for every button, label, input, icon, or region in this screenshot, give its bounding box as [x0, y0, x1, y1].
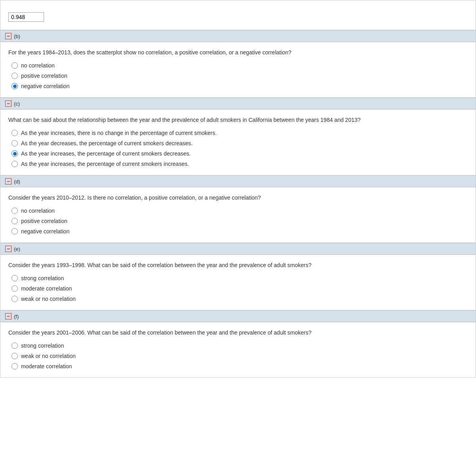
section-c-body: What can be said about the relationship …	[0, 110, 476, 175]
radio-label-f-2: moderate correlation	[21, 363, 72, 369]
radio-label-d-1: positive correlation	[21, 218, 67, 224]
minus-icon[interactable]: −	[5, 33, 12, 39]
radio-label-b-0: no correlation	[21, 62, 55, 69]
section-f-option-1[interactable]: weak or no correlation	[12, 353, 468, 359]
radio-label-c-1: As the year decreases, the percentage of…	[21, 140, 193, 146]
section-d-option-2[interactable]: negative correlation	[12, 228, 468, 235]
section-b-option-2[interactable]: negative correlation	[12, 83, 468, 89]
radio-circle-d-1[interactable]	[12, 218, 18, 224]
radio-label-c-3: As the year increases, the percentage of…	[21, 161, 189, 167]
radio-circle-c-2[interactable]	[12, 150, 18, 157]
section-e-option-2[interactable]: weak or no correlation	[12, 296, 468, 302]
radio-label-b-2: negative correlation	[21, 83, 69, 89]
radio-circle-e-1[interactable]	[12, 285, 18, 292]
radio-circle-b-0[interactable]	[12, 62, 18, 69]
section-b-option-0[interactable]: no correlation	[12, 62, 468, 69]
section-b: −(b)For the years 1984–2013, does the sc…	[0, 30, 476, 98]
section-e-question: Consider the years 1993–1998. What can b…	[8, 261, 468, 269]
answer-input[interactable]	[8, 12, 44, 22]
section-f-option-2[interactable]: moderate correlation	[12, 363, 468, 369]
section-f-radio-group: strong correlationweak or no correlation…	[12, 342, 468, 369]
section-b-question: For the years 1984–2013, does the scatte…	[8, 48, 468, 57]
section-f-header-label: (f)	[14, 314, 19, 319]
radio-circle-e-0[interactable]	[12, 275, 18, 281]
section-b-radio-group: no correlationpositive correlationnegati…	[12, 62, 468, 89]
section-d-header[interactable]: −(d)	[0, 176, 476, 187]
section-d: −(d)Consider the years 2010–2012. Is the…	[0, 175, 476, 243]
section-c: −(c)What can be said about the relations…	[0, 98, 476, 175]
section-b-header-label: (b)	[14, 33, 20, 39]
section-c-option-2[interactable]: As the year increases, the percentage of…	[12, 150, 468, 157]
radio-circle-c-3[interactable]	[12, 161, 18, 167]
radio-circle-c-0[interactable]	[12, 130, 18, 136]
radio-circle-f-2[interactable]	[12, 363, 18, 369]
radio-circle-b-2[interactable]	[12, 83, 18, 89]
top-section	[0, 0, 476, 30]
section-f: −(f)Consider the years 2001–2006. What c…	[0, 310, 476, 378]
section-e-radio-group: strong correlationmoderate correlationwe…	[12, 275, 468, 302]
section-b-option-1[interactable]: positive correlation	[12, 73, 468, 79]
section-f-header[interactable]: −(f)	[0, 311, 476, 322]
radio-label-f-1: weak or no correlation	[21, 353, 76, 359]
section-c-option-1[interactable]: As the year decreases, the percentage of…	[12, 140, 468, 146]
minus-icon[interactable]: −	[5, 100, 12, 107]
radio-circle-d-0[interactable]	[12, 208, 18, 214]
section-e-body: Consider the years 1993–1998. What can b…	[0, 255, 476, 310]
radio-circle-f-1[interactable]	[12, 353, 18, 359]
section-e-header-label: (e)	[14, 246, 20, 252]
minus-icon[interactable]: −	[5, 313, 12, 319]
section-d-option-1[interactable]: positive correlation	[12, 218, 468, 224]
section-f-body: Consider the years 2001–2006. What can b…	[0, 322, 476, 377]
section-d-option-0[interactable]: no correlation	[12, 208, 468, 214]
radio-label-d-2: negative correlation	[21, 228, 69, 235]
section-d-header-label: (d)	[14, 179, 20, 185]
section-c-question: What can be said about the relationship …	[8, 116, 468, 124]
section-e: −(e)Consider the years 1993–1998. What c…	[0, 243, 476, 310]
section-c-option-3[interactable]: As the year increases, the percentage of…	[12, 161, 468, 167]
radio-label-c-2: As the year increases, the percentage of…	[21, 150, 191, 157]
section-c-radio-group: As the year increases, there is no chang…	[12, 130, 468, 167]
section-f-question: Consider the years 2001–2006. What can b…	[8, 329, 468, 337]
radio-circle-b-1[interactable]	[12, 73, 18, 79]
radio-label-b-1: positive correlation	[21, 73, 67, 79]
radio-circle-f-0[interactable]	[12, 342, 18, 349]
section-c-header[interactable]: −(c)	[0, 98, 476, 110]
radio-label-f-0: strong correlation	[21, 342, 64, 349]
radio-label-e-1: moderate correlation	[21, 285, 72, 292]
section-c-option-0[interactable]: As the year increases, there is no chang…	[12, 130, 468, 136]
radio-circle-e-2[interactable]	[12, 296, 18, 302]
radio-label-c-0: As the year increases, there is no chang…	[21, 130, 217, 136]
section-f-option-0[interactable]: strong correlation	[12, 342, 468, 349]
section-d-body: Consider the years 2010–2012. Is there n…	[0, 187, 476, 242]
section-c-header-label: (c)	[14, 101, 20, 107]
section-e-option-0[interactable]: strong correlation	[12, 275, 468, 281]
section-d-question: Consider the years 2010–2012. Is there n…	[8, 194, 468, 202]
section-e-header[interactable]: −(e)	[0, 243, 476, 255]
section-b-header[interactable]: −(b)	[0, 31, 476, 42]
radio-label-e-2: weak or no correlation	[21, 296, 76, 302]
radio-circle-c-1[interactable]	[12, 140, 18, 146]
radio-label-e-0: strong correlation	[21, 275, 64, 281]
radio-circle-d-2[interactable]	[12, 228, 18, 235]
radio-label-d-0: no correlation	[21, 208, 55, 214]
section-b-body: For the years 1984–2013, does the scatte…	[0, 42, 476, 97]
minus-icon[interactable]: −	[5, 246, 12, 252]
section-e-option-1[interactable]: moderate correlation	[12, 285, 468, 292]
minus-icon[interactable]: −	[5, 178, 12, 185]
section-d-radio-group: no correlationpositive correlationnegati…	[12, 208, 468, 235]
